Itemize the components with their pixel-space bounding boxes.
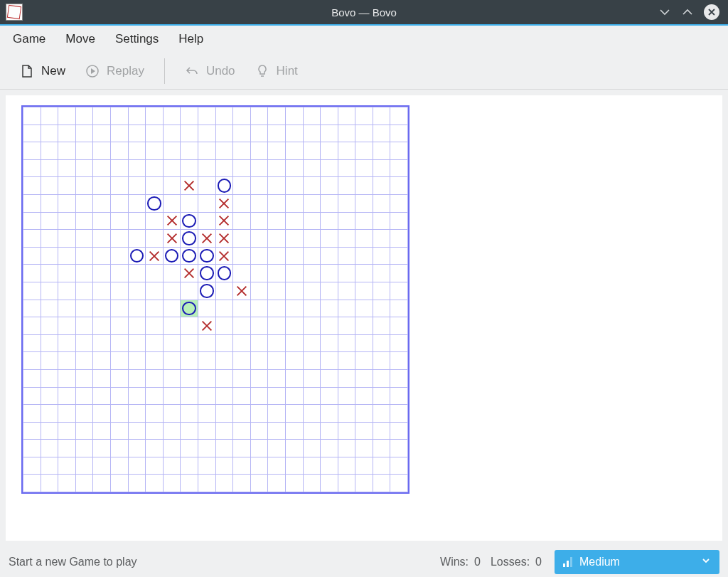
board-cell[interactable] (41, 159, 58, 177)
board-cell[interactable] (75, 387, 93, 405)
board-cell[interactable] (233, 159, 251, 177)
board-cell[interactable] (128, 265, 146, 282)
board-cell[interactable] (355, 125, 373, 142)
board-cell[interactable] (373, 125, 390, 142)
board-cell[interactable] (303, 387, 321, 405)
board-cell[interactable] (390, 212, 408, 230)
board-cell[interactable] (215, 440, 233, 457)
board-cell[interactable] (233, 282, 251, 300)
board-cell[interactable] (93, 300, 111, 317)
board-cell[interactable] (285, 317, 303, 335)
board-cell[interactable] (128, 230, 146, 248)
board-cell[interactable] (303, 159, 321, 177)
board-cell[interactable] (321, 177, 338, 195)
board-cell[interactable] (303, 282, 321, 300)
board-cell[interactable] (338, 300, 355, 317)
board-cell[interactable] (41, 352, 58, 370)
board-cell[interactable] (390, 422, 408, 440)
board-cell[interactable] (163, 440, 181, 457)
board-cell[interactable] (268, 282, 286, 300)
board-cell[interactable] (146, 422, 164, 440)
difficulty-selector[interactable]: Medium (555, 550, 719, 574)
board-cell[interactable] (373, 369, 390, 387)
board-cell[interactable] (250, 457, 268, 475)
board-cell[interactable] (215, 125, 233, 142)
board-cell[interactable] (355, 369, 373, 387)
board-cell[interactable] (41, 300, 58, 317)
board-cell[interactable] (93, 177, 111, 195)
board-cell[interactable] (181, 230, 198, 248)
board-cell[interactable] (41, 247, 58, 265)
board-cell[interactable] (268, 142, 286, 160)
board-cell[interactable] (268, 405, 286, 423)
board-cell[interactable] (23, 107, 41, 125)
board-cell[interactable] (215, 457, 233, 475)
board-cell[interactable] (93, 230, 111, 248)
board-cell[interactable] (268, 230, 286, 248)
board-cell[interactable] (373, 142, 390, 160)
board-cell[interactable] (163, 387, 181, 405)
board-cell[interactable] (390, 440, 408, 457)
board-cell[interactable] (285, 387, 303, 405)
board-cell[interactable] (146, 125, 164, 142)
board-cell[interactable] (355, 352, 373, 370)
board-cell[interactable] (93, 142, 111, 160)
board-cell[interactable] (215, 352, 233, 370)
board-cell[interactable] (198, 405, 215, 423)
board-cell[interactable] (268, 265, 286, 282)
board-cell[interactable] (181, 282, 198, 300)
menu-game[interactable]: Game (13, 32, 46, 46)
board-cell[interactable] (303, 194, 321, 212)
board-cell[interactable] (215, 475, 233, 492)
board-cell[interactable] (58, 159, 76, 177)
board-cell[interactable] (41, 317, 58, 335)
board-cell[interactable] (128, 422, 146, 440)
board-cell[interactable] (23, 422, 41, 440)
board-cell[interactable] (285, 369, 303, 387)
board-cell[interactable] (355, 475, 373, 492)
board-cell[interactable] (321, 300, 338, 317)
board-cell[interactable] (285, 142, 303, 160)
board-cell[interactable] (146, 282, 164, 300)
board-cell[interactable] (355, 247, 373, 265)
board-cell[interactable] (163, 475, 181, 492)
board-cell[interactable] (75, 230, 93, 248)
board-cell[interactable] (355, 300, 373, 317)
board-cell[interactable] (390, 282, 408, 300)
board-cell[interactable] (285, 300, 303, 317)
board-cell[interactable] (41, 422, 58, 440)
board-cell[interactable] (268, 387, 286, 405)
board-cell[interactable] (373, 440, 390, 457)
board-cell[interactable] (58, 282, 76, 300)
board-cell[interactable] (285, 194, 303, 212)
board-cell[interactable] (75, 422, 93, 440)
board-cell[interactable] (233, 440, 251, 457)
board-cell[interactable] (303, 475, 321, 492)
board-cell[interactable] (338, 107, 355, 125)
board-cell[interactable] (355, 422, 373, 440)
board-cell[interactable] (268, 159, 286, 177)
board-cell[interactable] (181, 142, 198, 160)
board-cell[interactable] (373, 177, 390, 195)
board-cell[interactable] (128, 440, 146, 457)
board-cell[interactable] (338, 230, 355, 248)
board-cell[interactable] (233, 300, 251, 317)
board-cell[interactable] (163, 422, 181, 440)
board-cell[interactable] (250, 107, 268, 125)
board-cell[interactable] (163, 212, 181, 230)
board-cell[interactable] (41, 457, 58, 475)
board-cell[interactable] (198, 387, 215, 405)
board-cell[interactable] (233, 457, 251, 475)
board-cell[interactable] (355, 265, 373, 282)
board-cell[interactable] (146, 212, 164, 230)
board-cell[interactable] (128, 387, 146, 405)
board-cell[interactable] (233, 142, 251, 160)
board-cell[interactable] (355, 387, 373, 405)
board-cell[interactable] (321, 387, 338, 405)
board-cell[interactable] (250, 317, 268, 335)
board-cell[interactable] (250, 159, 268, 177)
board-cell[interactable] (303, 247, 321, 265)
board-cell[interactable] (303, 212, 321, 230)
board-cell[interactable] (303, 422, 321, 440)
board-cell[interactable] (215, 405, 233, 423)
